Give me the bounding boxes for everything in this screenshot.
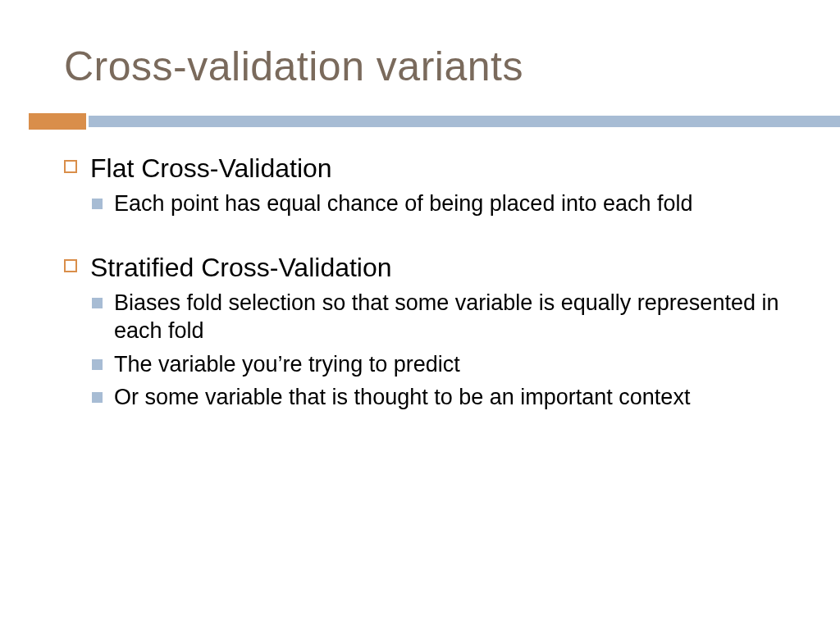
bullet-text: The variable you’re trying to predict [114,350,460,379]
list-item: Biases fold selection so that some varia… [92,289,799,345]
accent-blue-bar [89,116,840,127]
section-heading: Flat Cross-Validation [90,152,332,185]
bullet-text: Biases fold selection so that some varia… [114,289,799,345]
list-item: The variable you’re trying to predict [92,350,799,379]
divider-bar [0,113,840,130]
bullet-text: Each point has equal chance of being pla… [114,189,693,218]
slide-title: Cross-validation variants [64,43,523,90]
list-item: Each point has equal chance of being pla… [92,189,799,218]
slide: Cross-validation variants Flat Cross-Val… [0,0,840,630]
bullet-text: Or some variable that is thought to be a… [114,383,690,412]
bullet-open-square-icon [64,259,77,272]
bullet-open-square-icon [64,160,77,173]
list-item: Stratified Cross-Validation Biases fold … [64,251,799,412]
bullet-filled-square-icon [92,392,103,403]
accent-orange-block [29,113,86,130]
list-item: Flat Cross-Validation Each point has equ… [64,152,799,218]
bullet-filled-square-icon [92,199,103,209]
list-item: Or some variable that is thought to be a… [92,383,799,412]
slide-content: Flat Cross-Validation Each point has equ… [64,152,799,417]
bullet-filled-square-icon [92,359,103,370]
section-heading: Stratified Cross-Validation [90,251,392,284]
bullet-filled-square-icon [92,298,103,308]
